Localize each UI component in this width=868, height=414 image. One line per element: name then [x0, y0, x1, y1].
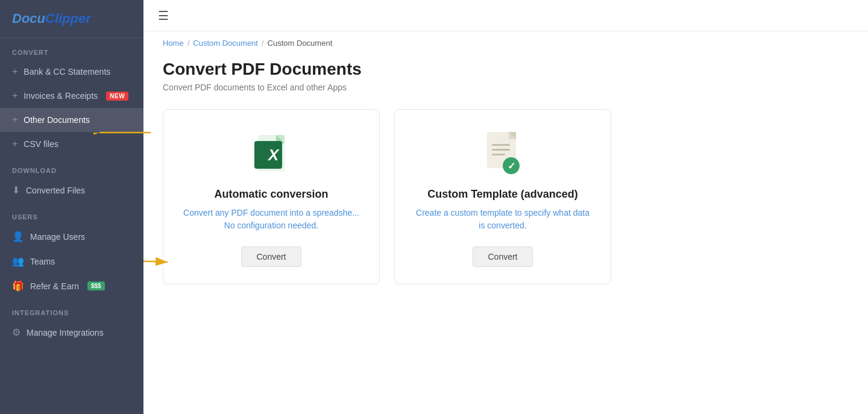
excel-icon-wrapper: X	[250, 129, 293, 177]
sidebar-item-label: Invoices & Receipts	[24, 91, 98, 101]
svg-text:X: X	[267, 146, 280, 164]
sidebar-item-manage-integrations[interactable]: ⚙ Manage Integrations	[0, 320, 143, 345]
doc-icon-wrapper: ✓	[481, 129, 524, 177]
sidebar-item-label: CSV files	[24, 139, 58, 149]
gear-icon: ⚙	[12, 327, 20, 338]
breadcrumb-home[interactable]: Home	[163, 39, 184, 48]
card-title-automatic: Automatic conversion	[214, 188, 328, 201]
breadcrumb-current: Custom Document	[268, 39, 333, 48]
plus-icon: +	[12, 90, 17, 101]
sidebar-item-label: Bank & CC Statements	[24, 67, 110, 77]
sidebar-item-label: Teams	[30, 257, 55, 266]
card-desc-custom: Create a custom template to specify what…	[414, 207, 591, 232]
topbar: ☰	[143, 0, 868, 31]
users-icon: 👥	[12, 256, 24, 267]
integrations-section-label: INTEGRATIONS	[0, 298, 143, 320]
content-area: Convert PDF Documents Convert PDF docume…	[143, 55, 868, 414]
convert-button-custom[interactable]: Convert	[473, 246, 532, 267]
download-icon: ⬇	[12, 184, 20, 196]
sidebar-item-converted-files[interactable]: ⬇ Converted Files	[0, 178, 143, 202]
users-section-label: USERS	[0, 202, 143, 224]
breadcrumb-sep-1: /	[187, 39, 190, 48]
sidebar-item-label: Other Documents	[24, 115, 90, 125]
excel-icon: X	[250, 131, 293, 175]
sidebar-item-bank-cc[interactable]: + Bank & CC Statements	[0, 60, 143, 84]
sidebar-item-teams[interactable]: 👥 Teams	[0, 249, 143, 274]
breadcrumb-custom-doc[interactable]: Custom Document	[193, 39, 258, 48]
arrow-convert	[143, 249, 172, 273]
page-title: Convert PDF Documents	[163, 60, 849, 79]
main-content: ☰ Home / Custom Document / Custom Docume…	[143, 0, 868, 414]
sidebar-item-invoices[interactable]: + Invoices & Receipts NEW	[0, 84, 143, 108]
sidebar-item-other-docs[interactable]: + Other Documents	[0, 108, 143, 132]
doc-icon: ✓	[481, 130, 524, 177]
convert-section-label: CONVERT	[0, 38, 143, 60]
sidebar: DocuClipper CONVERT + Bank & CC Statemen…	[0, 0, 143, 414]
page-subtitle: Convert PDF documents to Excel and other…	[163, 83, 849, 92]
breadcrumb: Home / Custom Document / Custom Document	[143, 31, 868, 55]
svg-rect-11	[492, 154, 505, 155]
sidebar-item-manage-users[interactable]: 👤 Manage Users	[0, 224, 143, 249]
sidebar-item-label: Manage Integrations	[27, 328, 104, 337]
svg-text:✓: ✓	[508, 161, 515, 171]
sidebar-item-refer-earn[interactable]: 🎁 Refer & Earn $$$	[0, 274, 143, 298]
convert-button-automatic[interactable]: Convert	[241, 246, 301, 267]
sidebar-item-csv[interactable]: + CSV files	[0, 132, 143, 156]
sidebar-item-label: Manage Users	[30, 232, 85, 242]
card-title-custom: Custom Template (advanced)	[427, 188, 578, 201]
plus-icon: +	[12, 114, 17, 125]
logo: DocuClipper	[0, 0, 143, 38]
automatic-conversion-card: X Automatic conversion Convert any PDF d…	[163, 109, 380, 284]
new-badge: NEW	[106, 92, 128, 101]
sidebar-item-label: Refer & Earn	[30, 281, 79, 291]
hamburger-button[interactable]: ☰	[158, 8, 169, 23]
sidebar-item-label: Converted Files	[26, 186, 85, 195]
card-desc-automatic: Convert any PDF document into a spreadsh…	[183, 207, 360, 232]
user-icon: 👤	[12, 231, 24, 242]
money-badge: $$$	[87, 281, 105, 290]
plus-icon: +	[12, 66, 17, 77]
plus-icon: +	[12, 139, 17, 149]
breadcrumb-sep-2: /	[262, 39, 264, 48]
download-section-label: DOWNLOAD	[0, 156, 143, 178]
custom-template-card: ✓ Custom Template (advanced) Create a cu…	[394, 109, 611, 284]
logo-text: DocuClipper	[12, 11, 91, 27]
svg-rect-9	[492, 144, 510, 146]
gift-icon: 🎁	[12, 280, 24, 292]
svg-rect-10	[492, 149, 510, 151]
cards-row: X Automatic conversion Convert any PDF d…	[163, 109, 849, 284]
